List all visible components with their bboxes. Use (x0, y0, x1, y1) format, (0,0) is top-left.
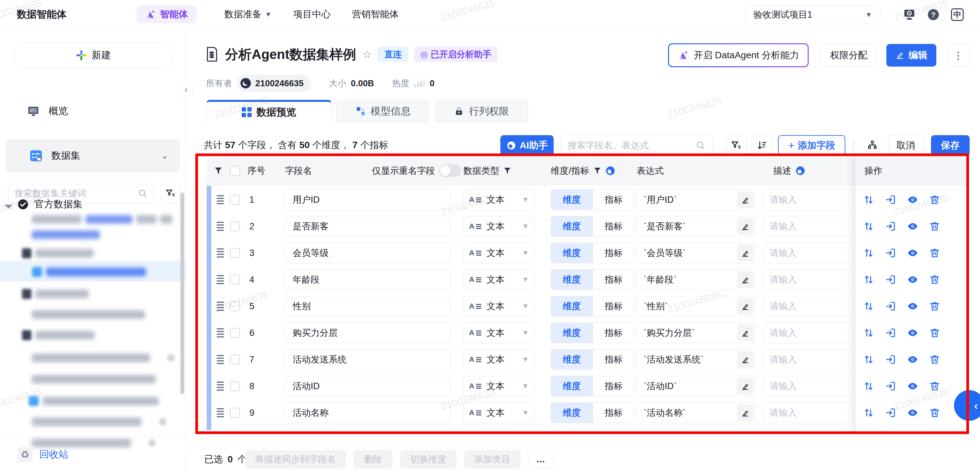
delete-trash-icon[interactable] (929, 221, 940, 232)
field-name-input[interactable]: 活动ID (285, 376, 451, 396)
more-footer-button[interactable]: … (528, 450, 553, 469)
nav-tab-project-center[interactable]: 项目中心 (293, 0, 331, 29)
admin-console-icon[interactable] (902, 7, 917, 22)
sync-desc-button[interactable]: 将描述同步到字段名 (245, 450, 346, 469)
sidebar-item-dataset[interactable]: 数据集 ⌄ (5, 139, 180, 173)
dimension-option[interactable]: 维度 (551, 376, 593, 396)
row-checkbox[interactable] (230, 408, 240, 418)
visibility-eye-icon[interactable] (907, 274, 918, 285)
delete-trash-icon[interactable] (929, 274, 940, 285)
edit-button[interactable]: 编辑 (886, 44, 936, 67)
description-input[interactable]: 请输入 (763, 349, 853, 370)
tab-data-preview[interactable]: 数据预览 (206, 100, 332, 122)
cancel-button[interactable]: 取消 (888, 135, 923, 156)
visibility-eye-icon[interactable] (907, 327, 918, 339)
row-checkbox[interactable] (230, 275, 240, 285)
data-type-select[interactable]: A 文本 ▼ (463, 349, 534, 370)
dimension-option[interactable]: 维度 (551, 350, 593, 369)
edit-expression-button[interactable] (737, 298, 754, 315)
extract-field-icon[interactable] (885, 407, 896, 418)
expression-input[interactable]: `购买力分层` (637, 323, 756, 343)
field-name-input[interactable]: 是否新客 (285, 216, 451, 237)
field-name-input[interactable]: 活动名称 (285, 402, 451, 423)
sidebar-collapse-button[interactable]: ‹ (178, 82, 194, 97)
row-checkbox[interactable] (230, 355, 240, 364)
metric-option[interactable]: 指标 (593, 403, 635, 423)
sidebar-item-redacted[interactable] (32, 215, 172, 224)
extract-field-icon[interactable] (885, 247, 896, 259)
description-input[interactable]: 请输入 (763, 189, 853, 210)
expression-input[interactable]: `是否新客` (637, 216, 756, 237)
more-actions-button[interactable]: ⋮ (948, 44, 970, 67)
metric-option[interactable]: 指标 (593, 269, 635, 290)
dimension-option[interactable]: 维度 (551, 403, 593, 423)
dimension-option[interactable]: 维度 (551, 243, 593, 263)
row-checkbox[interactable] (230, 221, 240, 231)
nav-tab-data-prep[interactable]: 数据准备 ▼ (224, 0, 272, 29)
tab-row-column-permission[interactable]: 行列权限 (435, 100, 528, 122)
drag-handle-icon[interactable] (217, 409, 224, 417)
field-name-input[interactable]: 活动发送系统 (285, 349, 451, 370)
permission-assign-button[interactable]: 权限分配 (821, 44, 877, 67)
swap-order-icon[interactable] (863, 301, 874, 312)
expression-input[interactable]: `活动名称` (637, 402, 756, 423)
sidebar-item-redacted[interactable] (22, 248, 94, 258)
extract-field-icon[interactable] (885, 354, 896, 365)
drag-handle-icon[interactable] (217, 195, 224, 204)
row-checkbox[interactable] (230, 301, 240, 311)
edit-expression-button[interactable] (737, 325, 754, 341)
extract-field-icon[interactable] (885, 194, 896, 205)
swap-order-icon[interactable] (863, 354, 874, 365)
field-name-input[interactable]: 性别 (285, 296, 451, 317)
save-button[interactable]: 保存 (931, 135, 970, 156)
switch-dimension-button[interactable]: 切换维度 (400, 450, 457, 469)
swap-order-icon[interactable] (863, 247, 874, 259)
select-all-checkbox[interactable] (230, 157, 240, 185)
sidebar-item-redacted[interactable] (32, 230, 100, 239)
drag-handle-icon[interactable] (217, 302, 224, 311)
sort-button[interactable] (752, 135, 772, 156)
sidebar-item-redacted[interactable] (32, 310, 145, 319)
edit-expression-button[interactable] (737, 245, 754, 261)
extract-field-icon[interactable] (885, 301, 896, 312)
description-input[interactable]: 请输入 (763, 376, 853, 396)
language-switch-icon[interactable]: 中 (950, 7, 965, 22)
edit-expression-button[interactable] (737, 218, 754, 234)
data-type-select[interactable]: A 文本 ▼ (463, 189, 534, 210)
expression-input[interactable]: `性别` (637, 296, 756, 317)
expression-input[interactable]: `活动发送系统` (637, 349, 756, 370)
edit-expression-button[interactable] (737, 271, 754, 288)
description-input[interactable]: 请输入 (763, 402, 853, 423)
help-icon[interactable]: ? (926, 7, 941, 22)
field-name-input[interactable]: 用户ID (285, 189, 451, 210)
dimension-option[interactable]: 维度 (551, 323, 593, 343)
sidebar-item-redacted[interactable] (32, 267, 146, 277)
delete-trash-icon[interactable] (929, 194, 940, 205)
description-input[interactable]: 请输入 (763, 323, 853, 343)
metric-option[interactable]: 指标 (593, 216, 635, 236)
sidebar-scrollbar[interactable] (180, 192, 185, 394)
swap-order-icon[interactable] (863, 407, 874, 418)
edit-expression-button[interactable] (737, 404, 754, 421)
data-type-select[interactable]: A 文本 ▼ (463, 243, 534, 263)
sidebar-item-redacted[interactable] (22, 289, 89, 299)
extract-field-icon[interactable] (885, 274, 896, 285)
description-input[interactable]: 请输入 (763, 243, 853, 263)
description-input[interactable]: 请输入 (763, 216, 853, 237)
field-name-input[interactable]: 购买力分层 (285, 323, 451, 343)
field-name-input[interactable]: 年龄段 (285, 269, 451, 290)
new-button[interactable]: 新建 (13, 43, 174, 68)
swap-order-icon[interactable] (863, 380, 874, 392)
visibility-eye-icon[interactable] (907, 354, 918, 365)
metric-option[interactable]: 指标 (593, 296, 635, 316)
tab-model-info[interactable]: 模型信息 (336, 100, 430, 122)
extract-field-icon[interactable] (885, 380, 896, 392)
data-type-select[interactable]: A 文本 ▼ (463, 269, 534, 290)
visibility-eye-icon[interactable] (907, 301, 918, 312)
swap-order-icon[interactable] (863, 274, 874, 285)
metric-option[interactable]: 指标 (593, 190, 635, 210)
delete-trash-icon[interactable] (929, 327, 940, 339)
dup-toggle-switch[interactable] (439, 165, 461, 177)
recycle-bin-item[interactable]: ♻ 回收站 (0, 437, 185, 472)
drag-handle-icon[interactable] (217, 249, 224, 258)
